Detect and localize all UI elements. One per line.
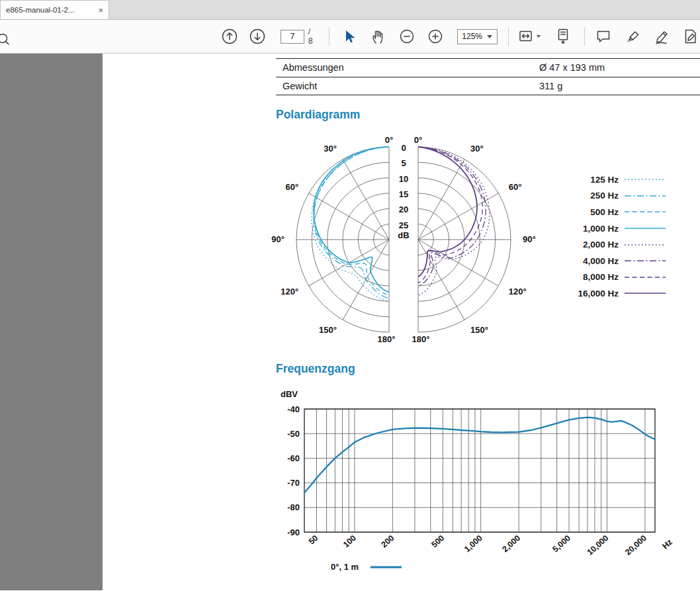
document-tab[interactable]: e865-manual-01-2... × bbox=[0, 0, 109, 19]
polar-legend-label: 4,000 Hz bbox=[569, 256, 619, 266]
polar-series bbox=[314, 147, 389, 298]
svg-text:30°: 30° bbox=[470, 144, 484, 154]
select-tool-icon[interactable] bbox=[339, 25, 359, 48]
svg-text:-70: -70 bbox=[287, 478, 300, 488]
polar-legend-item: 8,000 Hz bbox=[569, 269, 675, 286]
frequency-chart: -40-50-60-70-80-90dBV501002005001,0002,0… bbox=[278, 384, 675, 576]
freq-section-title: Frequenzgang bbox=[276, 362, 355, 376]
svg-text:60°: 60° bbox=[285, 182, 298, 192]
svg-text:90°: 90° bbox=[523, 234, 536, 244]
spec-table: Abmessungen Ø 47 x 193 mm Gewicht 311 g bbox=[276, 58, 700, 95]
polar-legend-item: 4,000 Hz bbox=[569, 253, 675, 269]
table-row: Gewicht 311 g bbox=[276, 77, 700, 96]
svg-text:5: 5 bbox=[401, 158, 406, 168]
freq-grid bbox=[304, 409, 655, 532]
svg-text:15: 15 bbox=[399, 189, 408, 199]
polar-legend-item: 1,000 Hz bbox=[569, 220, 675, 237]
page-scroll-icon[interactable] bbox=[553, 25, 573, 48]
edit-page-icon[interactable] bbox=[681, 25, 700, 48]
polar-chart: 0510152025dB0°0°30°30°60°60°90°90°120°12… bbox=[265, 132, 549, 351]
svg-text:dBV: dBV bbox=[281, 389, 298, 399]
svg-text:20,000: 20,000 bbox=[623, 533, 648, 557]
svg-text:0°, 1 m: 0°, 1 m bbox=[331, 562, 359, 572]
svg-text:10: 10 bbox=[399, 174, 408, 184]
polar-series bbox=[418, 147, 477, 277]
highlight-icon[interactable] bbox=[623, 25, 643, 48]
document-background bbox=[0, 54, 103, 590]
page-total-label: / 8 bbox=[308, 27, 318, 46]
polar-legend-item: 125 Hz bbox=[569, 171, 675, 188]
legend-line-swatch bbox=[624, 175, 666, 183]
svg-text:0°: 0° bbox=[414, 135, 422, 145]
polar-legend-label: 2,000 Hz bbox=[569, 240, 619, 250]
svg-text:100: 100 bbox=[341, 533, 358, 549]
pdf-page: Abmessungen Ø 47 x 193 mm Gewicht 311 g … bbox=[103, 54, 700, 590]
svg-text:-60: -60 bbox=[287, 453, 300, 463]
legend-line-swatch bbox=[624, 224, 666, 232]
polar-legend-label: 8,000 Hz bbox=[569, 272, 619, 282]
svg-text:50: 50 bbox=[307, 533, 320, 547]
polar-legend-item: 500 Hz bbox=[569, 204, 675, 220]
legend-line-swatch bbox=[624, 241, 666, 249]
svg-text:-80: -80 bbox=[287, 502, 300, 512]
polar-legend-label: 125 Hz bbox=[569, 175, 619, 185]
polar-section-title: Polardiagramm bbox=[276, 108, 360, 122]
toolbar-separator bbox=[508, 27, 509, 46]
polar-legend-item: 250 Hz bbox=[569, 188, 675, 205]
toolbar-separator bbox=[584, 27, 585, 46]
toolbar-center: 7 / 8 125% bbox=[220, 25, 700, 48]
response-curve bbox=[304, 418, 655, 493]
search-icon[interactable] bbox=[0, 28, 13, 51]
polar-legend-item: 16,000 Hz bbox=[569, 285, 675, 302]
toolbar-separator bbox=[329, 27, 329, 46]
freq-labels: -40-50-60-70-80-90dBV501002005001,0002,0… bbox=[281, 389, 674, 572]
svg-text:0°: 0° bbox=[385, 135, 393, 145]
svg-text:150°: 150° bbox=[319, 325, 337, 335]
zoom-out-icon[interactable] bbox=[397, 25, 417, 48]
tab-title: e865-manual-01-2... bbox=[6, 6, 94, 14]
svg-text:120°: 120° bbox=[509, 287, 527, 296]
fit-width-icon[interactable] bbox=[517, 25, 543, 48]
tab-bar: e865-manual-01-2... × bbox=[0, 0, 700, 20]
polar-legend-label: 16,000 Hz bbox=[569, 289, 619, 298]
svg-text:180°: 180° bbox=[412, 334, 430, 344]
legend-line-swatch bbox=[624, 289, 666, 297]
zoom-in-icon[interactable] bbox=[425, 25, 445, 48]
page-down-button[interactable] bbox=[248, 25, 268, 48]
spec-value: Ø 47 x 193 mm bbox=[539, 62, 605, 73]
sign-pen-icon[interactable] bbox=[652, 25, 672, 48]
svg-text:500: 500 bbox=[429, 533, 446, 549]
svg-text:150°: 150° bbox=[470, 325, 488, 335]
page-up-button[interactable] bbox=[220, 25, 240, 48]
svg-text:1,000: 1,000 bbox=[462, 533, 484, 554]
svg-text:30°: 30° bbox=[324, 144, 337, 154]
polar-series bbox=[312, 147, 389, 301]
svg-text:5,000: 5,000 bbox=[550, 533, 572, 554]
table-row: Abmessungen Ø 47 x 193 mm bbox=[276, 59, 700, 77]
svg-text:120°: 120° bbox=[281, 287, 298, 296]
polar-legend-label: 500 Hz bbox=[569, 207, 619, 217]
svg-text:60°: 60° bbox=[509, 182, 522, 192]
svg-text:20: 20 bbox=[399, 205, 408, 214]
zoom-level-select[interactable]: 125% bbox=[457, 29, 498, 44]
svg-text:-40: -40 bbox=[287, 404, 300, 414]
svg-text:-50: -50 bbox=[287, 429, 300, 439]
chevron-down-icon bbox=[487, 35, 492, 38]
hand-tool-icon[interactable] bbox=[369, 25, 388, 48]
polar-legend-label: 250 Hz bbox=[569, 191, 619, 201]
svg-text:0: 0 bbox=[401, 143, 406, 153]
svg-text:-90: -90 bbox=[287, 527, 300, 537]
page-number-input[interactable]: 7 bbox=[281, 30, 304, 44]
comment-icon[interactable] bbox=[594, 25, 614, 48]
svg-text:90°: 90° bbox=[271, 234, 284, 244]
svg-text:dB: dB bbox=[398, 230, 409, 240]
svg-text:25: 25 bbox=[399, 220, 408, 230]
legend-line-swatch bbox=[624, 257, 666, 265]
spec-label: Abmessungen bbox=[283, 62, 539, 73]
spec-label: Gewicht bbox=[283, 81, 539, 91]
close-icon[interactable]: × bbox=[98, 6, 103, 15]
legend-line-swatch bbox=[624, 273, 666, 281]
pdf-viewer-window: e865-manual-01-2... × 7 / 8 bbox=[0, 0, 700, 591]
svg-text:2,000: 2,000 bbox=[501, 533, 523, 554]
svg-text:180°: 180° bbox=[378, 334, 396, 344]
